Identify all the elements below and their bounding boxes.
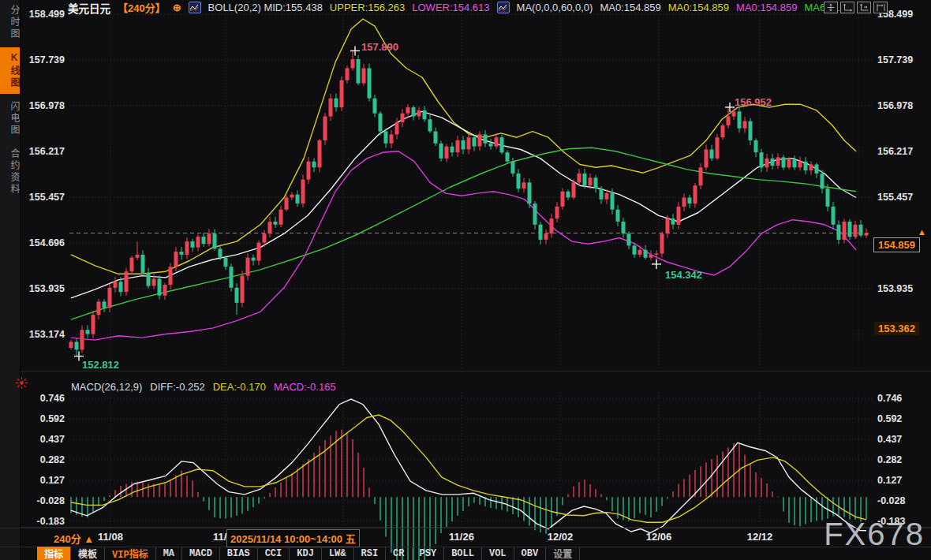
price-axis-label: 153.935 [3,282,65,295]
price-marker-label: 154.342 [665,269,702,281]
ma-params: MA(0,0,0,60,0,0) [517,2,593,13]
indicator-toolbar: 指标模板VIP指标MAMACDBIASCCIKDJLW&RSICRPSYBOLL… [37,547,580,560]
boll-chart-icon[interactable] [189,2,201,13]
price-axis-label: 155.457 [877,191,913,203]
symbol-name: 美元日元 [68,0,110,16]
price-axis-label: 158.499 [3,8,65,21]
ma-chart-icon[interactable] [497,2,510,13]
price-axis-label: 156.217 [3,145,65,158]
boll-lower-value: LOWER:154.613 [412,2,489,13]
period-badge[interactable]: 【240分】 [118,0,166,15]
price-axis-label: 156.217 [877,145,913,158]
macd-axis-label: 0.127 [877,474,902,487]
xaxis-date-label: 12/06 [646,531,672,543]
xaxis-date-label: 11/08 [98,531,123,543]
toolbar-item-KDJ[interactable]: KDJ [290,547,322,560]
boll-values: BOLL(20,2) MID:155.438 [208,2,323,13]
ma-60-line [71,147,856,319]
sidebar-tab-分时图[interactable]: 分时图 [0,0,20,45]
price-axis-label: 156.978 [877,99,913,112]
macd-axis-label: 0.282 [877,454,902,466]
price-axis-label: 154.696 [3,237,65,249]
time-range-tooltip: 2025/11/14 10:00~14:00 五 [226,529,360,547]
axis-right-icon[interactable] [857,2,871,13]
macd-diff-line [71,399,866,533]
macd-axis-label: 0.592 [877,413,902,425]
toolbar-item-BOLL[interactable]: BOLL [444,547,482,560]
ma0-magenta-value: MA0:154.859 [736,2,797,13]
macd-axis-label: 0.127 [3,474,65,487]
macd-diff-value: DIFF:-0.252 [150,381,204,393]
toolbar-item-BIAS[interactable]: BIAS [220,547,258,560]
toolbar-item-RSI[interactable]: RSI [354,547,387,560]
window-controls [824,2,888,13]
toolbar-item-模板[interactable]: 模板 [71,547,105,560]
macd-axis-label: 0.592 [3,413,65,425]
price-axis-label: 157.739 [3,54,65,66]
macd-dea-value: DEA:-0.170 [213,381,266,393]
ma0-yellow-value: MA0:154.859 [668,2,729,13]
price-axis-label: 157.739 [877,54,913,66]
macd-axis-label: 0.437 [3,433,65,446]
toolbar-item-MA[interactable]: MA [156,547,182,560]
move-icon[interactable] [824,2,838,13]
macd-title: MACD(26,12,9) [71,381,142,393]
price-axis-label: 153.935 [877,282,913,295]
alert-burst-icon[interactable] [15,376,28,390]
toolbar-item-VIP指标[interactable]: VIP指标 [105,547,156,560]
macd-axis-label: -0.028 [3,495,65,507]
low-price-badge: 153.362 [874,322,919,335]
trading-app: { "header": { "symbol": "美元日元", "period"… [0,0,931,560]
toolbar-item-MACD[interactable]: MACD [182,547,220,560]
toolbar-item-LW&[interactable]: LW& [322,547,354,560]
price-axis-label: 156.978 [3,99,65,112]
toolbar-item-OBV[interactable]: OBV [514,547,547,560]
target-icon[interactable]: ⊕ [173,2,181,13]
macd-axis-label: 0.746 [3,392,65,405]
pan-right-icon[interactable] [873,2,888,13]
macd-axis-label: -0.183 [877,515,905,528]
macd-axis-label: 0.746 [877,392,902,405]
toolbar-item-CCI[interactable]: CCI [258,547,290,560]
price-marker-label: 157.890 [361,41,398,53]
macd-axis-label: 0.282 [3,454,65,466]
axis-left-icon[interactable] [840,2,854,13]
price-marker-label: 156.952 [735,96,772,108]
toolbar-item-CR[interactable]: CR [386,547,412,560]
current-price-badge: 154.859 [873,237,920,252]
macd-axis-label: -0.028 [877,495,905,507]
toolbar-item-PSY[interactable]: PSY [413,547,445,560]
xaxis-date-label: 12/12 [747,531,773,543]
toolbar-item-设置[interactable]: 设置 [546,547,580,560]
price-marker-label: 152.812 [82,359,119,371]
period-arrow-icon: ▲ [84,533,94,545]
macd-macd-value: MACD:-0.165 [274,381,336,393]
xaxis-date-label: 11/26 [449,531,474,543]
chart-canvas[interactable] [0,0,931,560]
boll-upper-value: UPPER:156.263 [330,2,405,13]
time-axis-row: 240分 ▲ 11/0811/1411/2612/0212/0612/12 20… [0,528,931,547]
toolbar-item-指标[interactable]: 指标 [37,547,71,560]
toolbar-item-VOL[interactable]: VOL [482,547,514,560]
macd-header: MACD(26,12,9) DIFF:-0.252 DEA:-0.170 MAC… [71,381,336,393]
ma0-white-value: MA0:154.859 [600,2,660,13]
period-text: 240分 [54,533,81,545]
price-axis-label: 153.174 [3,328,65,341]
price-axis-label: 155.457 [3,191,65,203]
macd-axis-label: -0.183 [3,515,65,528]
macd-axis-label: 0.437 [877,433,902,446]
price-up-arrow-icon: ▲ [918,227,926,237]
xaxis-date-label: 12/02 [548,531,574,543]
chart-header: 美元日元 【240分】 ⊕ BOLL(20,2) MID:155.438 UPP… [68,1,845,14]
period-selector[interactable]: 240分 ▲ [54,531,94,546]
